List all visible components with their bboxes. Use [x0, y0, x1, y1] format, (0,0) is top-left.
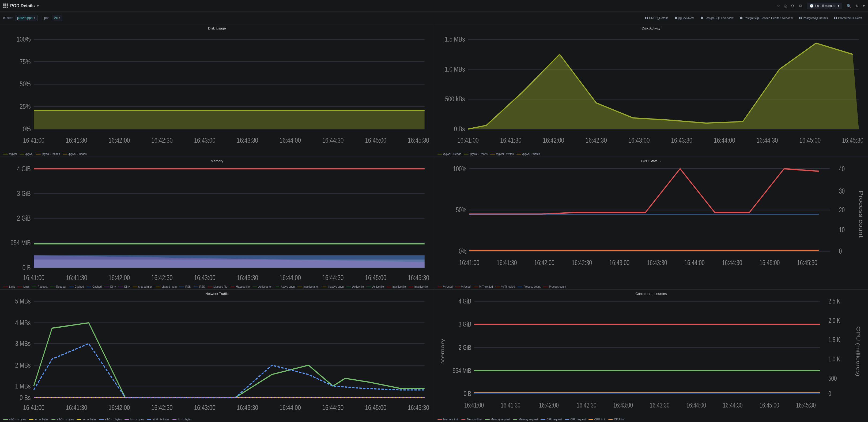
legend-item: lo - tx bytes [172, 418, 192, 421]
svg-text:16:45:30: 16:45:30 [842, 137, 863, 144]
svg-text:16:45:00: 16:45:00 [365, 274, 386, 282]
legend-item: Memory request [513, 418, 538, 421]
svg-text:16:45:00: 16:45:00 [799, 137, 820, 144]
legend-item: /pgwal [20, 152, 33, 156]
legend-item: Request [32, 285, 48, 288]
svg-text:20: 20 [839, 206, 845, 214]
svg-text:16:44:30: 16:44:30 [322, 137, 344, 144]
topbar-left: POD Details ▾ [3, 3, 774, 8]
svg-text:3 GiB: 3 GiB [17, 189, 31, 198]
svg-text:16:43:30: 16:43:30 [671, 137, 692, 144]
cpu-stats-svg: 100% 50% 0% 40 30 20 10 0 Process count … [437, 165, 865, 284]
svg-text:0 B: 0 B [23, 263, 31, 272]
tab-pg-overview[interactable]: PostgreSQL Overview [698, 15, 736, 21]
legend-line [490, 154, 495, 154]
legend-line [36, 154, 41, 154]
settings-button[interactable]: ⚙ [791, 4, 794, 8]
share-button[interactable]: ⎙ [784, 4, 786, 8]
svg-text:16:41:00: 16:41:00 [459, 258, 479, 267]
svg-text:16:42:00: 16:42:00 [108, 137, 130, 144]
svg-text:16:45:30: 16:45:30 [408, 137, 429, 144]
legend-item: shared mem [156, 285, 177, 288]
svg-text:1.0 K: 1.0 K [828, 355, 840, 363]
legend-item: RSS [193, 285, 205, 288]
svg-text:16:45:00: 16:45:00 [759, 401, 779, 409]
star-button[interactable]: ☆ [777, 4, 780, 8]
tab-pg-service[interactable]: PostgreSQL Service Health Overview [737, 15, 796, 21]
tab-pg-details[interactable]: PostgreSQLDetails [797, 15, 831, 21]
cluster-value: jkatz:hippo [17, 16, 32, 20]
cluster-dropdown[interactable]: jkatz:hippo ▾ [15, 15, 37, 21]
legend-item: CPU request [565, 418, 586, 421]
pod-label: pod [44, 16, 50, 20]
svg-text:100%: 100% [17, 35, 31, 43]
svg-text:16:41:00: 16:41:00 [23, 274, 44, 282]
legend-item: /pgwal - Reads [437, 152, 461, 156]
svg-text:16:43:00: 16:43:00 [194, 274, 216, 282]
legend-item: Cached [69, 285, 84, 288]
legend-item: /pgwal - Writes [490, 152, 514, 156]
svg-text:4 GiB: 4 GiB [458, 297, 471, 305]
svg-text:16:43:30: 16:43:30 [237, 274, 258, 282]
tab-pg-details-label: PostgreSQLDetails [803, 16, 828, 20]
cpu-stats-arrow[interactable]: ▾ [659, 160, 661, 163]
legend-line [3, 154, 8, 154]
svg-text:16:41:30: 16:41:30 [66, 137, 87, 144]
memory-svg: 4 GiB 3 GiB 2 GiB 954 MiB 0 B 16:41:00 1… [3, 165, 431, 284]
svg-text:16:41:30: 16:41:30 [497, 258, 517, 267]
svg-text:16:42:00: 16:42:00 [539, 401, 559, 409]
legend-dash [63, 154, 67, 154]
title-chevron[interactable]: ▾ [37, 4, 39, 8]
tab-pg-overview-label: PostgreSQL Overview [705, 16, 733, 20]
app-grid-icon[interactable] [3, 3, 8, 8]
disk-usage-chart: 100% 75% 50% 25% 0% 16:41:00 16:41:30 16… [3, 32, 431, 151]
cpu-stats-title: CPU Stats ▾ [437, 159, 865, 163]
svg-text:16:41:30: 16:41:30 [500, 137, 521, 144]
svg-text:1 MBs: 1 MBs [15, 382, 31, 390]
tab-crud[interactable]: CRUD_Details [643, 15, 671, 21]
svg-text:16:45:00: 16:45:00 [365, 404, 386, 412]
tab-pgbackrest[interactable]: pgBackRest [672, 15, 697, 21]
svg-text:954 MiB: 954 MiB [10, 238, 31, 247]
legend-item: /pgwal - Reads [464, 152, 488, 156]
svg-text:16:41:00: 16:41:00 [464, 401, 484, 409]
legend-item: Memory limit [437, 418, 459, 421]
svg-text:16:41:30: 16:41:30 [66, 274, 87, 282]
disk-usage-svg: 100% 75% 50% 25% 0% 16:41:00 16:41:30 16… [3, 32, 431, 151]
svg-text:16:42:30: 16:42:30 [571, 258, 592, 267]
monitor-button[interactable]: 🖥 [799, 4, 802, 8]
svg-text:16:41:00: 16:41:00 [457, 137, 479, 144]
tab-prometheus[interactable]: Prometheus Alerts [832, 15, 865, 21]
svg-text:16:43:30: 16:43:30 [650, 401, 669, 409]
nav-tabs: CRUD_Details pgBackRest PostgreSQL Overv… [643, 15, 865, 21]
search-button[interactable]: 🔍 [846, 4, 851, 8]
cpu-stats-chart: 100% 50% 0% 40 30 20 10 0 Process count … [437, 165, 865, 284]
svg-text:16:42:30: 16:42:30 [577, 401, 596, 409]
svg-text:0%: 0% [23, 125, 31, 133]
svg-marker-29 [468, 43, 859, 129]
svg-text:16:42:30: 16:42:30 [151, 404, 173, 412]
refresh-chevron[interactable]: ▾ [863, 4, 865, 8]
legend-item: Inactive file [386, 285, 406, 288]
time-range-button[interactable]: 🕐 Last 5 minutes ▾ [807, 3, 842, 9]
legend-item: % Throttled [495, 285, 515, 288]
legend-item: Request [50, 285, 66, 288]
svg-text:16:43:30: 16:43:30 [647, 258, 667, 267]
svg-text:3 MBs: 3 MBs [15, 340, 31, 347]
disk-activity-chart: 1.5 MBs 1.0 MBs 500 kBs 0 Bs 16:41:00 16… [437, 32, 865, 151]
legend-item: Inactive file [409, 285, 428, 288]
svg-text:16:43:00: 16:43:00 [194, 137, 216, 144]
panel-disk-activity: Disk Activity 1.5 MBs 1.0 MBs 500 kBs 0 … [434, 24, 868, 157]
svg-text:50%: 50% [20, 80, 31, 88]
svg-text:16:44:30: 16:44:30 [722, 258, 742, 267]
svg-text:16:45:00: 16:45:00 [365, 137, 386, 144]
svg-text:16:43:00: 16:43:00 [194, 404, 216, 412]
legend-item: /pgwal - Writes [517, 152, 540, 156]
refresh-button[interactable]: ↻ [856, 4, 859, 8]
svg-text:0%: 0% [459, 247, 466, 255]
cluster-arrow: ▾ [34, 16, 35, 19]
legend-item: Inactive anon [322, 285, 344, 288]
legend-item: Limit [3, 285, 15, 288]
pod-dropdown[interactable]: All ▾ [52, 15, 62, 21]
svg-marker-10 [34, 110, 425, 129]
